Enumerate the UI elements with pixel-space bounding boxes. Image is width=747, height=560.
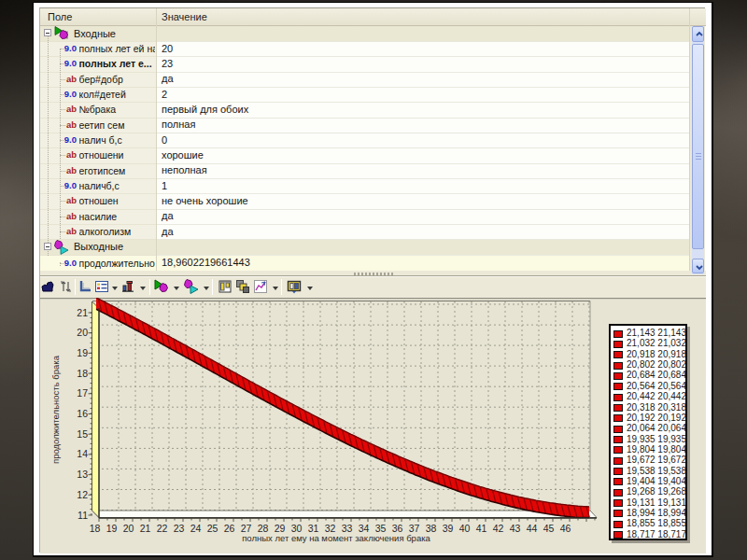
svg-text:40: 40 <box>459 523 471 534</box>
svg-text:21: 21 <box>140 523 151 534</box>
svg-text:44: 44 <box>527 523 538 534</box>
svg-text:16: 16 <box>77 408 88 419</box>
svg-text:14: 14 <box>77 448 88 459</box>
svg-text:11: 11 <box>78 510 88 521</box>
svg-text:12: 12 <box>77 489 88 500</box>
svg-text:22: 22 <box>157 523 168 534</box>
svg-text:43: 43 <box>510 523 521 534</box>
svg-text:полных лет ему на момент заклю: полных лет ему на момент заключения брак… <box>242 533 430 543</box>
svg-text:25: 25 <box>207 523 218 534</box>
svg-text:41: 41 <box>476 523 487 534</box>
svg-text:39: 39 <box>443 523 454 534</box>
svg-text:продолжительность брака: продолжительность брака <box>50 355 61 464</box>
svg-text:18: 18 <box>90 523 101 534</box>
svg-text:23: 23 <box>174 523 185 534</box>
svg-text:45: 45 <box>543 523 555 534</box>
svg-text:26: 26 <box>224 523 235 534</box>
svg-text:20: 20 <box>123 523 134 534</box>
svg-text:15: 15 <box>77 428 88 440</box>
svg-text:20: 20 <box>77 327 88 338</box>
svg-text:46: 46 <box>560 523 571 534</box>
svg-text:42: 42 <box>493 523 504 534</box>
svg-text:19: 19 <box>106 523 118 534</box>
svg-text:19: 19 <box>77 347 88 358</box>
svg-text:24: 24 <box>190 523 202 534</box>
svg-text:13: 13 <box>77 469 88 480</box>
svg-text:17: 17 <box>77 387 88 399</box>
svg-text:18: 18 <box>77 368 88 379</box>
svg-text:21: 21 <box>77 307 88 318</box>
